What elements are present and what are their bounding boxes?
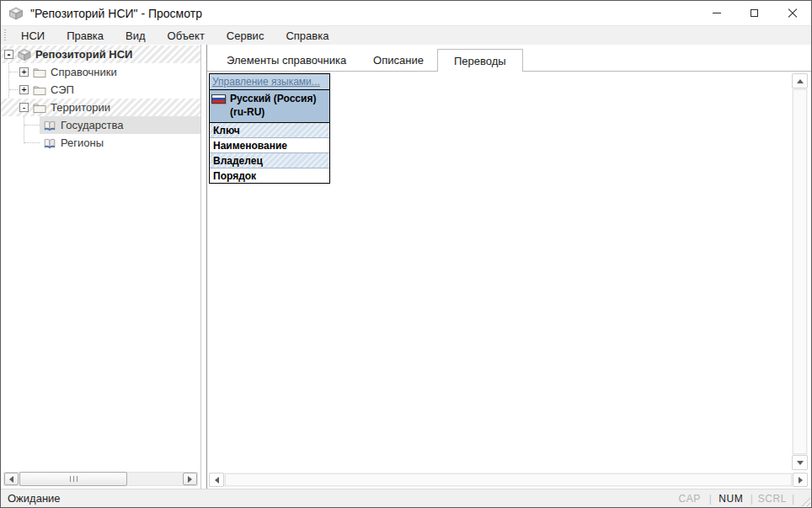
scrollbar-thumb[interactable] <box>19 472 127 486</box>
arrow-down-icon <box>797 461 804 465</box>
window-title: "Репозиторий НСИ" - Просмотр <box>30 7 202 20</box>
scroll-right-button[interactable] <box>793 473 808 487</box>
app-icon <box>8 7 24 20</box>
scroll-left-button[interactable] <box>4 473 19 485</box>
repository-tree-panel: - Репозиторий НСИ + <box>1 45 201 489</box>
translations-content: Управление языками... Русский (Россия) (… <box>207 72 811 489</box>
scroll-left-button[interactable] <box>209 473 224 487</box>
menu-service[interactable]: Сервис <box>216 27 275 45</box>
tree-item-sep[interactable]: + СЭП <box>1 81 200 99</box>
scrollbar-thumb[interactable] <box>225 473 792 486</box>
maximize-button[interactable] <box>735 1 773 25</box>
arrow-left-icon <box>9 476 13 483</box>
folder-icon <box>33 101 46 115</box>
tab-opisanie[interactable]: Описание <box>360 51 437 71</box>
detail-panel: Элементы справочника Описание Переводы У… <box>206 45 811 489</box>
tab-perevody[interactable]: Переводы <box>437 49 523 72</box>
menu-edit[interactable]: Правка <box>56 27 115 45</box>
content-horizontal-scrollbar[interactable] <box>209 473 808 487</box>
tree-item-regiony[interactable]: Регионы <box>1 134 200 152</box>
tree-item-territorii[interactable]: - Территории <box>1 99 200 116</box>
tree-item-gosudarstva[interactable]: Государства <box>1 116 200 134</box>
folder-icon <box>33 83 46 97</box>
scrollbar-track[interactable] <box>19 473 183 485</box>
book-icon <box>43 119 56 132</box>
book-icon <box>43 136 56 150</box>
thumb-grip-icon <box>70 476 71 482</box>
status-bar: Ожидание CAP | NUM | SCRL | <box>1 489 811 507</box>
language-column-header[interactable]: Русский (Россия) (ru-RU) <box>210 89 329 122</box>
russia-flag-icon <box>211 94 226 104</box>
menu-help[interactable]: Справка <box>275 27 339 45</box>
translations-grid: Управление языками... Русский (Россия) (… <box>209 73 330 184</box>
title-bar: "Репозиторий НСИ" - Просмотр <box>1 1 811 25</box>
tab-elementy-spravochnika[interactable]: Элементы справочника <box>213 51 360 71</box>
scrollbar-thumb[interactable] <box>793 89 807 454</box>
main-area: - Репозиторий НСИ + <box>1 45 811 489</box>
repository-icon <box>18 48 31 61</box>
collapse-expander-icon[interactable]: - <box>19 103 29 112</box>
content-vertical-scrollbar[interactable] <box>792 73 808 470</box>
menu-object[interactable]: Объект <box>157 27 216 45</box>
field-row-klyuch[interactable]: Ключ <box>210 122 329 137</box>
close-icon <box>788 8 798 19</box>
tree-item-label: СЭП <box>51 83 74 96</box>
collapse-expander-icon[interactable]: - <box>4 50 13 59</box>
status-message: Ожидание <box>8 492 61 505</box>
arrow-right-icon <box>799 477 803 484</box>
close-button[interactable] <box>773 1 811 25</box>
repository-tree: - Репозиторий НСИ + <box>1 45 200 152</box>
tree-item-label: Территории <box>51 101 110 114</box>
arrow-up-icon <box>797 79 804 83</box>
window-resize-grip[interactable] <box>799 495 810 506</box>
menu-grip-handle[interactable] <box>4 29 6 42</box>
folder-icon <box>33 66 46 79</box>
scroll-lock-indicator: SCRL <box>753 493 792 505</box>
tree-item-label: Справочники <box>51 66 117 78</box>
num-lock-indicator: NUM <box>712 493 751 505</box>
expand-expander-icon[interactable]: + <box>19 85 29 94</box>
thumb-grip-icon <box>73 476 74 482</box>
window-controls <box>697 1 811 25</box>
tree-item-label: Репозиторий НСИ <box>35 48 132 61</box>
minimize-icon <box>713 13 721 13</box>
field-row-poryadok[interactable]: Порядок <box>210 168 329 183</box>
keyboard-state-indicators: CAP | NUM | SCRL | <box>670 493 794 505</box>
arrow-right-icon <box>188 476 192 483</box>
tree-item-label: Государства <box>61 119 123 131</box>
indicator-separator: | <box>792 493 794 505</box>
language-label: Русский (Россия) (ru-RU) <box>230 93 316 119</box>
maximize-icon <box>751 9 758 17</box>
scroll-down-button[interactable] <box>792 455 808 470</box>
thumb-grip-icon <box>77 476 77 482</box>
manage-languages-link[interactable]: Управление языками... <box>212 76 320 88</box>
app-window: "Репозиторий НСИ" - Просмотр НСИ Правка … <box>0 0 812 508</box>
menu-view[interactable]: Вид <box>115 27 157 45</box>
language-name: Русский (Россия) <box>230 93 316 106</box>
expand-expander-icon[interactable]: + <box>19 67 29 77</box>
menu-nsi[interactable]: НСИ <box>10 27 56 45</box>
language-code: (ru-RU) <box>230 106 316 120</box>
tree-item-label: Регионы <box>61 136 104 149</box>
tree-item-spravochniki[interactable]: + Справочники <box>1 63 200 81</box>
caps-lock-indicator: CAP <box>670 493 709 505</box>
menu-bar: НСИ Правка Вид Объект Сервис Справка <box>1 25 811 45</box>
tree-horizontal-scrollbar[interactable] <box>3 472 198 486</box>
scroll-right-button[interactable] <box>183 473 197 485</box>
field-row-naimenovanie[interactable]: Наименование <box>210 137 329 152</box>
scroll-up-button[interactable] <box>792 73 808 88</box>
tab-strip: Элементы справочника Описание Переводы <box>207 45 811 72</box>
grid-corner-header: Управление языками... <box>210 74 329 89</box>
field-row-vladelec[interactable]: Владелец <box>210 152 329 168</box>
minimize-button[interactable] <box>697 1 735 25</box>
tree-item-repository[interactable]: - Репозиторий НСИ <box>1 45 200 63</box>
arrow-left-icon <box>215 477 219 484</box>
